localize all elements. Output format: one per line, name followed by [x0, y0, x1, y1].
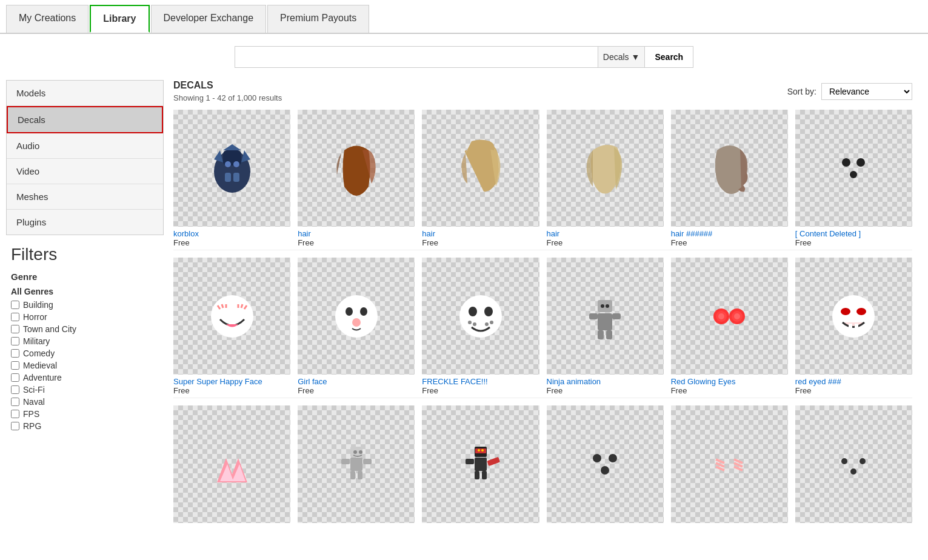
item-price-girl-face: Free: [298, 386, 415, 395]
genre-military-checkbox[interactable]: [11, 337, 19, 345]
item-thumbnail-red-eyed: [795, 258, 912, 375]
sidebar-nav: Models Decals Audio Video Meshes Plugins: [6, 80, 164, 235]
item-price-content-deleted: Free: [795, 238, 912, 247]
item-thumbnail-r3-4: [547, 405, 664, 522]
svg-point-22: [352, 318, 361, 327]
svg-point-11: [850, 171, 857, 178]
item-card-r3-5[interactable]: [671, 405, 788, 525]
svg-point-36: [601, 304, 604, 308]
item-name-korblox: korblox: [173, 229, 290, 238]
tab-library[interactable]: Library: [90, 5, 149, 33]
item-card-hair2[interactable]: hair Free: [422, 110, 539, 247]
genre-comedy[interactable]: Comedy: [11, 348, 159, 358]
genre-horror[interactable]: Horror: [11, 312, 159, 322]
sort-select[interactable]: Relevance Most Taken Recently Updated Ra…: [821, 83, 912, 100]
svg-point-24: [469, 307, 477, 316]
sidebar-item-decals[interactable]: Decals: [7, 106, 163, 133]
tab-premium-payouts[interactable]: Premium Payouts: [267, 5, 369, 33]
item-card-hair1[interactable]: hair Free: [298, 110, 415, 247]
chevron-down-icon: ▼: [632, 52, 640, 62]
top-tabs: My Creations Library Developer Exchange …: [0, 0, 928, 34]
svg-point-12: [211, 295, 253, 338]
item-thumbnail-r3-3: [422, 405, 539, 522]
svg-point-40: [718, 313, 724, 319]
item-card-hair3[interactable]: hair Free: [547, 110, 664, 247]
svg-point-45: [841, 308, 850, 315]
main-layout: Models Decals Audio Video Meshes Plugins…: [0, 74, 928, 532]
all-genres-label: All Genres: [11, 287, 159, 296]
item-price-korblox: Free: [173, 238, 290, 247]
item-card-r3-6[interactable]: [795, 405, 912, 525]
svg-point-79: [841, 458, 847, 464]
genre-adventure[interactable]: Adventure: [11, 373, 159, 382]
sidebar-item-audio[interactable]: Audio: [7, 133, 163, 159]
genre-medieval-checkbox[interactable]: [11, 361, 19, 370]
svg-point-71: [609, 454, 617, 462]
genre-rpg-checkbox[interactable]: [11, 422, 19, 430]
genre-fps[interactable]: FPS: [11, 409, 159, 419]
genre-comedy-checkbox[interactable]: [11, 349, 19, 358]
item-card-ninja-anim[interactable]: Ninja animation Free: [547, 258, 664, 395]
genre-medieval[interactable]: Medieval: [11, 361, 159, 370]
item-card-freckle[interactable]: FRECKLE FACE!!! Free: [422, 258, 539, 395]
item-thumbnail-red-glowing: [671, 258, 788, 375]
item-name-hair1: hair: [298, 229, 415, 238]
sidebar-item-video[interactable]: Video: [7, 159, 163, 184]
item-name-red-glowing: Red Glowing Eyes: [671, 377, 788, 386]
item-card-girl-face[interactable]: Girl face Free: [298, 258, 415, 395]
svg-rect-55: [341, 459, 350, 464]
svg-point-81: [850, 468, 856, 475]
svg-rect-48: [855, 324, 858, 330]
item-card-hair4[interactable]: hair ###### Free: [671, 110, 788, 247]
svg-rect-30: [598, 313, 612, 330]
genre-naval[interactable]: Naval: [11, 397, 159, 407]
svg-marker-2: [223, 144, 241, 150]
tab-developer-exchange[interactable]: Developer Exchange: [151, 5, 267, 33]
svg-rect-33: [612, 313, 621, 319]
genre-naval-checkbox[interactable]: [11, 398, 19, 406]
item-card-r3-3[interactable]: [422, 405, 539, 525]
search-input[interactable]: [235, 46, 598, 68]
item-thumbnail-freckle: [422, 258, 539, 375]
genre-scifi[interactable]: Sci-Fi: [11, 385, 159, 395]
item-thumbnail-r3-2: [298, 405, 415, 522]
svg-rect-56: [363, 459, 372, 464]
item-thumbnail-ninja-anim: [547, 258, 664, 375]
genre-town-and-city[interactable]: Town and City: [11, 324, 159, 334]
genre-rpg[interactable]: RPG: [11, 421, 159, 431]
sidebar-item-meshes[interactable]: Meshes: [7, 184, 163, 210]
svg-rect-53: [350, 458, 362, 471]
search-category-selector[interactable]: Decals ▼: [598, 46, 646, 68]
item-thumbnail-girl-face: [298, 258, 415, 375]
genre-scifi-checkbox[interactable]: [11, 385, 19, 394]
genre-military[interactable]: Military: [11, 336, 159, 346]
search-button[interactable]: Search: [645, 46, 693, 68]
svg-point-72: [601, 466, 609, 475]
items-grid-row1: korblox Free hair: [173, 110, 912, 247]
results-count: Showing 1 - 42 of 1,000 results: [173, 93, 282, 102]
svg-rect-34: [598, 330, 604, 339]
item-card-r3-1[interactable]: [173, 405, 290, 525]
svg-point-19: [335, 295, 378, 338]
item-card-red-eyed[interactable]: red eyed ### Free: [795, 258, 912, 395]
genre-fps-checkbox[interactable]: [11, 410, 19, 418]
sidebar-item-plugins[interactable]: Plugins: [7, 210, 163, 235]
genre-horror-checkbox[interactable]: [11, 313, 19, 321]
item-card-content-deleted[interactable]: [ Content Deleted ] Free: [795, 110, 912, 247]
tab-my-creations[interactable]: My Creations: [6, 5, 88, 33]
item-name-hair4: hair ######: [671, 229, 788, 238]
item-card-korblox[interactable]: korblox Free: [173, 110, 290, 247]
item-card-r3-4[interactable]: [547, 405, 664, 525]
item-card-red-glowing[interactable]: Red Glowing Eyes Free: [671, 258, 788, 395]
genre-town-city-checkbox[interactable]: [11, 325, 19, 333]
genre-building[interactable]: Building: [11, 300, 159, 310]
svg-point-80: [860, 458, 866, 464]
svg-point-28: [485, 322, 489, 326]
genre-building-checkbox[interactable]: [11, 301, 19, 309]
sidebar-item-models[interactable]: Models: [7, 81, 163, 106]
content-area: DECALS Showing 1 - 42 of 1,000 results S…: [164, 80, 922, 525]
item-card-r3-2[interactable]: [298, 405, 415, 525]
item-card-super-happy[interactable]: Super Super Happy Face Free: [173, 258, 290, 395]
genre-adventure-checkbox[interactable]: [11, 373, 19, 382]
item-price-freckle: Free: [422, 386, 539, 395]
